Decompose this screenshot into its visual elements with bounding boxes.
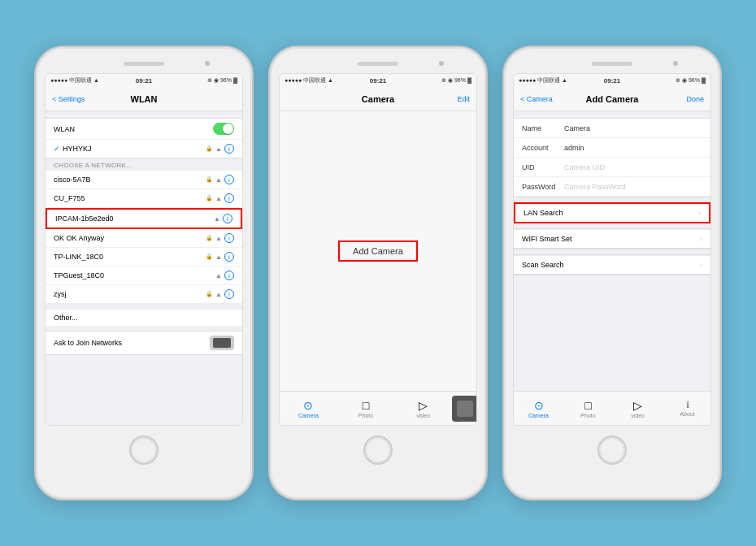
flashlight-btn[interactable]: [452, 396, 477, 422]
tab-camera-3[interactable]: ⊙ Camera: [514, 399, 563, 418]
about-tab-icon-3: ℹ: [686, 400, 689, 410]
screen-content-3: Name Camera Account admin UID Camera UID…: [514, 111, 710, 391]
speaker-3: [592, 62, 632, 66]
wlan-toggle-row[interactable]: WLAN: [46, 119, 242, 140]
uid-label: UID: [522, 163, 564, 171]
tab-camera-2[interactable]: ⊙ Camera: [280, 399, 337, 418]
network-zysj[interactable]: zysj 🔒▲i: [46, 285, 242, 304]
tab-video-3[interactable]: ▷ video: [613, 399, 663, 418]
chevron-icon-wifi: ›: [700, 235, 702, 243]
other-networks[interactable]: Other...: [46, 309, 242, 326]
password-label: PassWord: [522, 183, 564, 191]
status-bar-2: ●●●●● 中国联通 ▲ 09:21 ⊕ ◉ 96% ▓: [280, 74, 476, 87]
scan-search-label: Scan Search: [522, 261, 564, 269]
wlan-toggle[interactable]: [213, 123, 234, 135]
form-name-row[interactable]: Name Camera: [514, 119, 710, 138]
connected-network-row[interactable]: ✓ HYHYKJ 🔒 ▲ i: [46, 140, 242, 158]
home-btn-wrap-3: [597, 429, 627, 465]
speaker-2: [358, 62, 398, 66]
wlan-label: WLAN: [54, 125, 75, 133]
signal-2: ⊕ ◉ 96% ▓: [441, 77, 471, 84]
status-bar-1: ●●●●● 中国联通 ▲ 09:21 ⊕ ◉ 96% ▓: [46, 74, 242, 87]
form-password-row[interactable]: PassWord Camera PassWord: [514, 177, 710, 197]
camera-tab-label-3: Camera: [528, 413, 549, 418]
home-button-2[interactable]: [363, 436, 393, 465]
home-shortcut: [210, 336, 234, 350]
status-bar-3: ●●●●● 中国联通 ▲ 09:21 ⊕ ◉ 96% ▓: [514, 74, 710, 87]
wifi-icon: ▲: [214, 215, 220, 223]
phone-screen-1: ●●●●● 中国联通 ▲ 09:21 ⊕ ◉ 96% ▓ < Settings …: [45, 73, 243, 426]
info-btn[interactable]: i: [224, 271, 234, 280]
home-button-1[interactable]: [129, 436, 159, 465]
wifi-icon-connected: ▲: [215, 145, 222, 153]
network-tplink[interactable]: TP-LINK_18C0 🔒▲i: [46, 248, 242, 266]
camera-list-area: Add Camera: [280, 111, 476, 391]
network-name-cisco: cisco-5A7B: [54, 176, 91, 184]
camera-tab-icon-3: ⊙: [534, 399, 544, 412]
wifi-icon: ▲: [215, 235, 222, 242]
lock-icon: 🔒: [206, 235, 213, 241]
account-value: admin: [564, 144, 584, 152]
wifi-icon: ▲: [215, 291, 222, 298]
form-uid-row[interactable]: UID Camera UID: [514, 158, 710, 177]
nav-bar-3: < Camera Add Camera Done: [514, 87, 710, 111]
connected-icons: 🔒 ▲ i: [206, 144, 234, 154]
tab-video-2[interactable]: ▷ video: [394, 399, 452, 418]
info-btn[interactable]: i: [224, 233, 234, 243]
scan-search-section: Scan Search ›: [514, 254, 710, 275]
info-icon-connected[interactable]: i: [224, 144, 234, 154]
nav-bar-1: < Settings WLAN: [46, 87, 242, 111]
network-name-tplink: TP-LINK_18C0: [54, 253, 103, 261]
info-btn[interactable]: i: [224, 289, 234, 299]
network-cisco[interactable]: cisco-5A7B 🔒▲i: [46, 171, 242, 189]
scan-search-row[interactable]: Scan Search ›: [514, 255, 710, 275]
tab-photo-3[interactable]: □ Photo: [563, 399, 613, 418]
add-camera-button[interactable]: Add Camera: [338, 240, 418, 262]
time-2: 09:21: [370, 77, 386, 84]
tab-about-3[interactable]: ℹ About: [663, 400, 711, 417]
uid-placeholder: Camera UID: [564, 163, 605, 171]
lan-search-row[interactable]: LAN Search ›: [514, 202, 710, 223]
back-button-3[interactable]: < Camera: [520, 95, 553, 103]
wifi-icon: ▲: [215, 272, 222, 280]
network-okok[interactable]: OK OK Anyway 🔒▲i: [46, 229, 242, 248]
signal-1: ⊕ ◉ 96% ▓: [207, 77, 237, 84]
info-btn[interactable]: i: [224, 175, 234, 184]
wifi-smart-row[interactable]: WIFI Smart Set ›: [514, 229, 710, 249]
phone-top-bar-2: [270, 55, 486, 72]
home-button-3[interactable]: [597, 436, 627, 465]
phone-top-bar-3: [504, 55, 720, 72]
nav-title-1: WLAN: [131, 94, 158, 104]
form-account-row[interactable]: Account admin: [514, 138, 710, 158]
photo-tab-icon: □: [363, 399, 369, 412]
home-btn-wrap-1: [129, 429, 159, 465]
network-section-header: CHOOSE A NETWORK...: [46, 158, 242, 171]
video-tab-label-3: video: [631, 413, 645, 418]
connected-network-name: HYHYKJ: [63, 145, 92, 153]
wifi-icon: ▲: [215, 254, 222, 261]
back-button-1[interactable]: < Settings: [52, 95, 85, 103]
screen-content-1: WLAN ✓ HYHYKJ 🔒 ▲ i CHOOSE A NETWORK.: [46, 111, 242, 425]
network-ipcam[interactable]: IPCAM-1b5e2ed0 ▲i: [46, 208, 242, 229]
photo-tab-label: Photo: [358, 413, 373, 418]
edit-button[interactable]: Edit: [457, 95, 470, 103]
front-camera-3: [673, 61, 678, 66]
speaker-1: [124, 62, 164, 66]
network-tpguest[interactable]: TPGuest_18C0 ▲i: [46, 266, 242, 285]
network-name-okok: OK OK Anyway: [54, 234, 104, 242]
ask-join-row[interactable]: Ask to Join Networks: [46, 331, 242, 355]
info-btn[interactable]: i: [224, 193, 234, 203]
lock-icon: 🔒: [206, 254, 213, 260]
front-camera-1: [205, 61, 210, 66]
front-camera-2: [439, 61, 444, 66]
done-button[interactable]: Done: [686, 95, 704, 103]
info-btn-ipcam[interactable]: i: [223, 214, 232, 223]
tab-bar-3: ⊙ Camera □ Photo ▷ video ℹ About: [514, 391, 711, 425]
network-cu[interactable]: CU_F755 🔒▲i: [46, 189, 242, 208]
name-label: Name: [522, 124, 564, 132]
camera-tab-icon: ⊙: [303, 399, 313, 412]
info-btn[interactable]: i: [224, 252, 234, 262]
tab-photo-2[interactable]: □ Photo: [337, 399, 395, 418]
carrier-2: ●●●●● 中国联通 ▲: [285, 76, 333, 84]
chevron-icon-scan: ›: [700, 261, 702, 269]
